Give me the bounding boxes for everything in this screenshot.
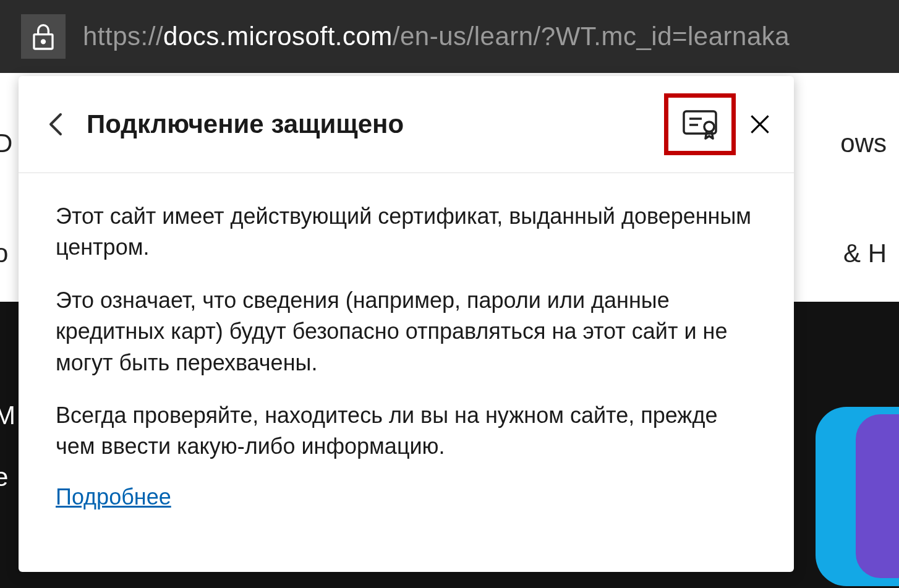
popup-body: Этот сайт имеет действующий сертификат, … <box>19 173 794 572</box>
learn-more-link[interactable]: Подробнее <box>56 484 171 509</box>
url-domain: docs.microsoft.com <box>163 22 393 51</box>
popup-paragraph-3: Всегда проверяйте, находитесь ли вы на н… <box>56 400 757 462</box>
lock-icon <box>31 22 56 51</box>
close-icon <box>749 114 770 135</box>
popup-header: Подключение защищено <box>19 76 794 173</box>
popup-paragraph-1: Этот сайт имеет действующий сертификат, … <box>56 201 757 263</box>
bg-fragment-mid-right: & H <box>843 239 887 268</box>
close-button[interactable] <box>744 109 775 140</box>
connection-secure-popup: Подключение защищено Этот сайт имеет дей… <box>19 76 794 572</box>
address-bar[interactable]: https://docs.microsoft.com/en-us/learn/?… <box>0 0 899 73</box>
bg-fragment-top-left: D <box>0 129 12 158</box>
back-button[interactable] <box>43 112 68 137</box>
site-security-button[interactable] <box>21 14 66 59</box>
bg-fragment-dark-1: M <box>0 401 15 430</box>
url-path: /en-us/learn/?WT.mc_id=learnaka <box>393 22 790 51</box>
svg-point-5 <box>704 122 714 132</box>
bg-fragment-mid-left: o <box>0 239 8 268</box>
svg-point-1 <box>42 40 45 43</box>
url-prefix: https:// <box>83 22 163 51</box>
bg-fragment-top-right: ows <box>840 129 887 158</box>
chevron-left-icon <box>48 112 63 137</box>
certificate-icon <box>682 109 718 140</box>
certificate-button[interactable] <box>664 93 736 155</box>
bg-fragment-dark-2: e <box>0 462 8 492</box>
url-display[interactable]: https://docs.microsoft.com/en-us/learn/?… <box>83 22 790 51</box>
hero-graphic-purple <box>856 414 899 578</box>
hero-graphic-blue <box>816 407 899 586</box>
popup-title: Подключение защищено <box>87 109 664 139</box>
popup-paragraph-2: Это означает, что сведения (например, па… <box>56 285 757 378</box>
